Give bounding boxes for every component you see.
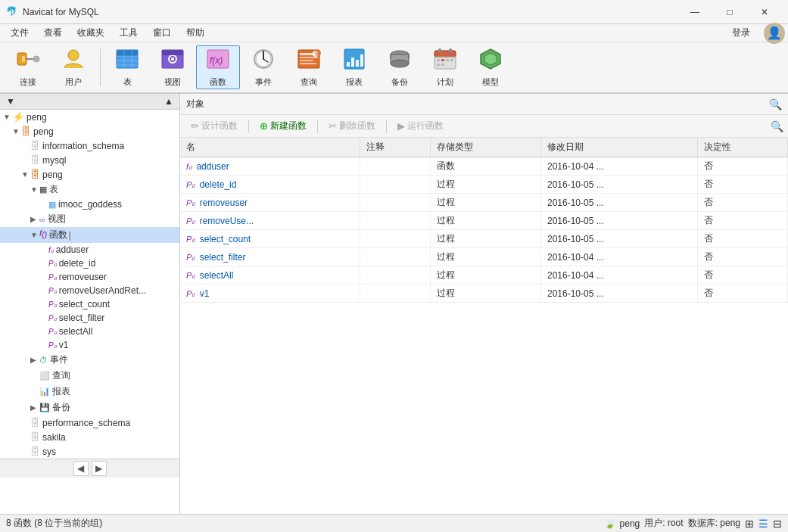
toolbar-user[interactable]: 用户 [51,45,95,89]
tree-select-filter[interactable]: P₀ select_filter [0,311,179,325]
table-row[interactable]: f₀ adduser 函数 2016-10-04 ... 否 [180,157,788,176]
toolbar-event[interactable]: 事件 [241,45,285,89]
tree-connection[interactable]: ▼ ⚡ peng [0,110,179,124]
cell-date: 2016-10-05 ... [540,176,697,194]
menu-help[interactable]: 帮助 [179,25,212,41]
func-select-filter-label: select_filter [59,313,105,323]
table-row[interactable]: P₀ removeUse... 过程 2016-10-05 ... 否 [180,212,788,230]
table-row[interactable]: P₀ removeuser 过程 2016-10-05 ... 否 [180,194,788,212]
toolbar-event-label: 事件 [255,76,272,88]
tree-reports-folder[interactable]: 📊 报表 [0,384,179,400]
tree-delete-id[interactable]: P₀ delete_id [0,257,179,270]
svg-rect-49 [437,64,440,66]
toolbar-connect[interactable]: 连接 [6,45,50,89]
svg-text:⊕: ⊕ [314,48,321,58]
menu-window[interactable]: 窗口 [145,25,179,41]
list-view-icon[interactable]: ☰ [758,518,768,530]
menu-favorites[interactable]: 收藏夹 [70,25,112,41]
tree-removeuser[interactable]: P₀ removeuser [0,270,179,284]
sidebar-nav-left[interactable]: ◀ [73,461,89,476]
connection-arrow: ▼ [3,113,12,121]
toolbar-table[interactable]: 表 [105,45,149,89]
detail-view-icon[interactable]: ⊟ [773,518,782,530]
tree-performance-schema[interactable]: 🗄 performance_schema [0,415,179,430]
imooc-icon: ▦ [48,200,56,210]
menu-view[interactable]: 查看 [36,25,70,41]
table-row[interactable]: P₀ select_count 过程 2016-10-05 ... 否 [180,230,788,248]
table-search-icon[interactable]: 🔍 [771,120,783,132]
tree-v1[interactable]: P₀ v1 [0,338,179,352]
toolbar-model[interactable]: 模型 [469,45,512,89]
maximize-button[interactable]: □ [712,0,747,24]
toolbar-schedule[interactable]: 计划 [423,45,467,89]
tree-views-folder[interactable]: ▶ ∞ 视图 [0,211,179,227]
cell-comment [360,248,430,266]
table-row[interactable]: P₀ v1 过程 2016-10-05 ... 否 [180,285,788,303]
table-row[interactable]: P₀ selectAll 过程 2016-10-04 ... 否 [180,266,788,285]
cell-date: 2016-10-05 ... [540,194,697,212]
tree-information-schema[interactable]: 🗄 information_schema [0,138,179,153]
main-area: ▼ ▲ ▼ ⚡ peng ▼ 🗄 peng 🗄 information_sche… [0,94,788,514]
table-row[interactable]: P₀ select_filter 过程 2016-10-04 ... 否 [180,248,788,266]
minimize-button[interactable]: — [677,0,712,24]
status-db: 数据库: peng [688,517,740,530]
sidebar-nav-right[interactable]: ▶ [92,461,107,476]
cell-comment [360,266,430,285]
table-row[interactable]: P₀ delete_id 过程 2016-10-05 ... 否 [180,176,788,194]
toolbar-query[interactable]: ⊕ 查询 [287,45,331,89]
tree-peng-db[interactable]: ▼ 🗄 peng [0,167,179,182]
close-button[interactable]: ✕ [747,0,782,24]
queries-label: 查询 [52,369,70,382]
tree-imooc-goddess[interactable]: ▦ imooc_goddess [0,198,179,211]
object-search-icon[interactable]: 🔍 [769,98,782,110]
events-label: 事件 [50,353,68,366]
svg-rect-42 [438,48,441,53]
tree-removeuserandret[interactable]: P₀ removeUserAndRet... [0,284,179,297]
report-icon [342,47,366,75]
toolbar-backup[interactable]: 备份 [378,45,422,89]
svg-rect-4 [34,58,39,61]
toolbar-report[interactable]: 报表 [332,45,376,89]
delete-func-button[interactable]: ✂ 删除函数 [322,118,382,134]
action-sep-3 [386,120,387,133]
tree-select-count[interactable]: P₀ select_count [0,297,179,311]
toolbar-view-label: 视图 [164,76,181,88]
tree-sakila[interactable]: 🗄 sakila [0,430,179,444]
cell-det: 否 [697,194,787,212]
tree-queries-folder[interactable]: ⬜ 查询 [0,368,179,384]
tree-events-folder[interactable]: ▶ ⏱ 事件 [0,352,179,368]
menu-file[interactable]: 文件 [3,25,36,41]
status-connection: peng [620,518,640,529]
tree-mysql[interactable]: 🗄 mysql [0,153,179,167]
svg-rect-50 [441,64,444,66]
cell-name: P₀ select_filter [180,248,360,266]
design-func-button[interactable]: ✏ 设计函数 [185,118,244,134]
new-icon: ⊕ [260,120,268,132]
toolbar-query-label: 查询 [301,76,317,88]
sidebar-header: ▼ ▲ [0,94,179,110]
login-button[interactable]: 登录 [724,25,758,41]
func-v1-label: v1 [59,340,69,350]
run-func-button[interactable]: ▶ 运行函数 [391,118,450,134]
peng-db-arrow: ▼ [21,170,30,179]
func-delete-id-label: delete_id [59,258,96,269]
menu-tools[interactable]: 工具 [112,25,145,41]
new-func-button[interactable]: ⊕ 新建函数 [254,118,313,134]
toolbar-func[interactable]: f(x) 函数 [196,45,240,89]
cell-date: 2016-10-05 ... [540,285,697,303]
sidebar-scroll-up[interactable]: ▲ [164,96,173,107]
tree-selectall[interactable]: P₀ selectAll [0,325,179,338]
tree-backups-folder[interactable]: ▶ 💾 备份 [0,400,179,415]
toolbar-schedule-label: 计划 [437,76,453,88]
tree-tables-folder[interactable]: ▼ ▦ 表 [0,182,179,198]
grid-view-icon[interactable]: ⊞ [745,518,754,530]
toolbar-view[interactable]: 视图 [151,45,195,89]
toolbar-connect-label: 连接 [20,76,36,88]
tree-sys[interactable]: 🗄 sys [0,444,179,459]
tree-funcs-folder[interactable]: ▼ f0 函数 | [0,227,179,243]
tree-peng-group[interactable]: ▼ 🗄 peng [0,124,179,138]
right-panel: 对象 🔍 ✏ 设计函数 ⊕ 新建函数 ✂ 删除函数 ▶ 运行函数 [180,94,788,514]
cell-name: P₀ removeUse... [180,212,360,230]
svg-marker-52 [484,53,497,65]
tree-adduser[interactable]: f₀ adduser [0,243,179,257]
